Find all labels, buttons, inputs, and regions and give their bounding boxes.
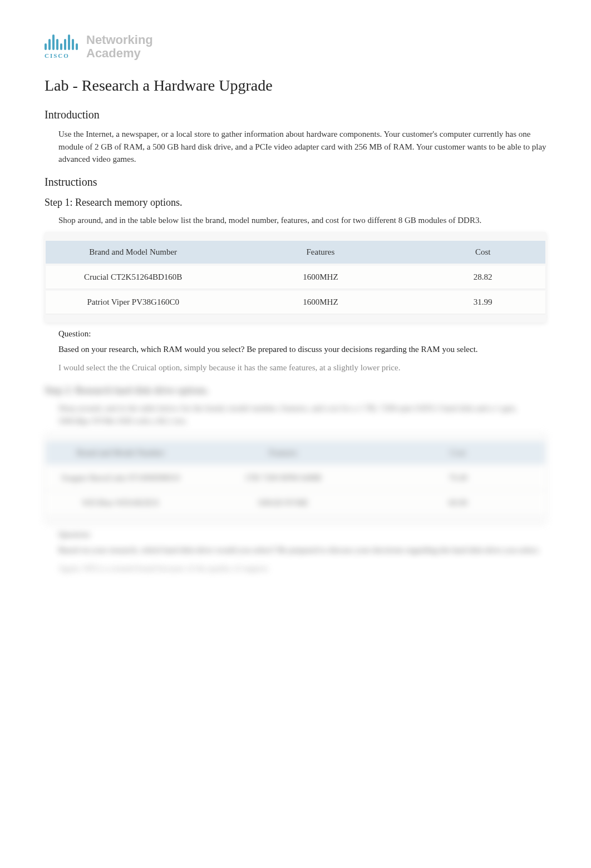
blurred-content: Step 2: Research hard disk drive options… xyxy=(45,385,546,574)
header-features: Features xyxy=(220,241,420,264)
header-brand: Brand and Model Number xyxy=(46,442,195,464)
cell-cost: 79.49 xyxy=(371,467,545,489)
header-features: Features xyxy=(195,442,370,464)
cell-brand: Patriot Viper PV38G160C0 xyxy=(46,291,220,314)
step2-question: Based on your research, which hard disk … xyxy=(58,544,546,557)
header-cost: Cost xyxy=(371,442,545,464)
step1-table-wrapper: Brand and Model Number Features Cost Cru… xyxy=(45,232,546,323)
hdd-table: Brand and Model Number Features Cost Sea… xyxy=(46,439,545,517)
cell-features: 1TB 7200 RPM 64MB xyxy=(195,467,370,489)
step1-text: Shop around, and in the table below list… xyxy=(58,214,546,227)
cisco-text: CISCO xyxy=(45,52,78,59)
cisco-logo-mark: CISCO xyxy=(45,34,78,59)
step1-question-label: Question: xyxy=(58,329,546,339)
cell-brand: Seagate BarraCuda ST1000DM010 xyxy=(46,467,195,489)
cell-brand: WD Blue WD10EZEX xyxy=(46,492,195,514)
table-header-row: Brand and Model Number Features Cost xyxy=(46,241,545,264)
table-header-row: Brand and Model Number Features Cost xyxy=(46,442,545,464)
cell-features: 1600MHZ xyxy=(220,266,420,289)
step2-text: Shop around, and in the table below list… xyxy=(58,402,546,427)
introduction-heading: Introduction xyxy=(45,108,546,121)
logo-area: CISCO Networking Academy xyxy=(45,33,546,60)
step1-answer: I would select the the Cruical option, s… xyxy=(58,361,546,374)
logo-text: Networking Academy xyxy=(86,33,153,60)
logo-text-bottom: Academy xyxy=(86,47,153,60)
logo-text-top: Networking xyxy=(86,33,153,47)
step2-answer: Again, WD is a trusted brand because of … xyxy=(58,562,546,575)
header-cost: Cost xyxy=(420,241,545,264)
cell-brand: Crucial CT2K51264BD160B xyxy=(46,266,220,289)
step2-question-label: Question: xyxy=(58,530,546,539)
table-row: WD Blue WD10EZEX 500GB NVME 69.99 xyxy=(46,492,545,514)
table-row: Patriot Viper PV38G160C0 1600MHZ 31.99 xyxy=(46,291,545,314)
introduction-text: Use the Internet, a newspaper, or a loca… xyxy=(58,128,546,166)
cell-features: 500GB NVME xyxy=(195,492,370,514)
header-brand: Brand and Model Number xyxy=(46,241,220,264)
cell-features: 1600MHZ xyxy=(220,291,420,314)
table-row: Seagate BarraCuda ST1000DM010 1TB 7200 R… xyxy=(46,467,545,489)
page-title: Lab - Research a Hardware Upgrade xyxy=(45,77,546,95)
memory-table: Brand and Model Number Features Cost Cru… xyxy=(46,239,545,316)
step2-heading: Step 2: Research hard disk drive options… xyxy=(45,385,546,396)
cell-cost: 28.82 xyxy=(420,266,545,289)
step2-table-wrapper: Brand and Model Number Features Cost Sea… xyxy=(45,433,546,523)
step1-question: Based on your research, which RAM would … xyxy=(58,343,546,356)
table-row: Crucial CT2K51264BD160B 1600MHZ 28.82 xyxy=(46,266,545,289)
cell-cost: 69.99 xyxy=(371,492,545,514)
instructions-heading: Instructions xyxy=(45,176,546,189)
cell-cost: 31.99 xyxy=(420,291,545,314)
step1-heading: Step 1: Research memory options. xyxy=(45,197,546,209)
